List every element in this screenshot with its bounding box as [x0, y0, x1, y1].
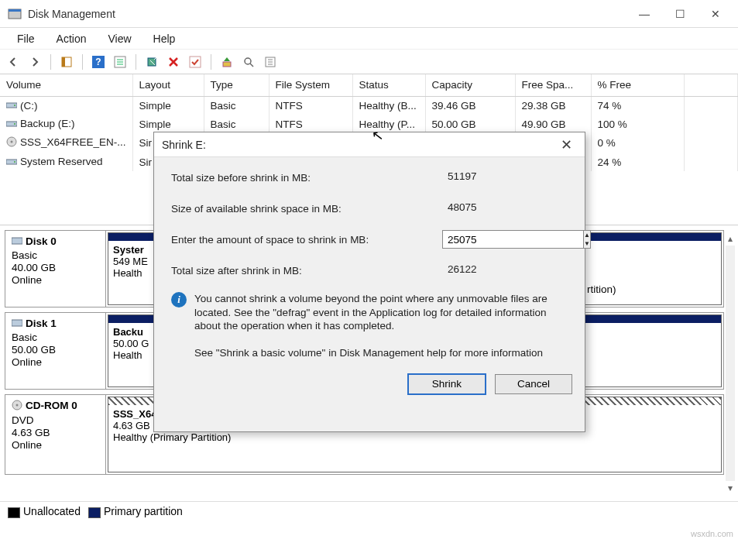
menu-help[interactable]: Help: [142, 29, 187, 48]
svg-rect-21: [12, 320, 22, 326]
legend-unallocated-swatch: [8, 507, 20, 518]
disk-icon: [12, 236, 22, 248]
info-icon: i: [171, 292, 187, 307]
value-total-after: 26122: [442, 261, 571, 280]
label-enter-amount: Enter the amount of space to shrink in M…: [171, 234, 442, 246]
col-filesystem[interactable]: File System: [269, 74, 352, 96]
volume-icon: [6, 119, 17, 130]
menu-action[interactable]: Action: [46, 29, 98, 48]
svg-point-15: [14, 123, 15, 125]
minimize-button[interactable]: —: [626, 2, 662, 26]
legend-primary-swatch: [88, 507, 101, 518]
scroll-down-icon[interactable]: ▾: [728, 483, 733, 493]
partition-fragment-text: rtition): [587, 283, 616, 295]
shrink-dialog: Shrink E: ✕ Total size before shrink in …: [153, 132, 585, 432]
menu-file[interactable]: File: [6, 29, 46, 48]
svg-rect-9: [223, 62, 231, 67]
legend-unallocated-label: Unallocated: [23, 505, 81, 517]
up-icon[interactable]: [218, 53, 235, 70]
value-total-before: 51197: [442, 168, 571, 187]
col-free[interactable]: Free Spa...: [515, 74, 591, 96]
shrink-amount-input[interactable]: [442, 230, 584, 249]
spin-up-button[interactable]: ▲: [584, 231, 590, 239]
col-volume[interactable]: Volume: [0, 74, 132, 96]
value-available-shrink: 48075: [442, 199, 571, 218]
label-available-shrink: Size of available shrink space in MB:: [171, 203, 442, 215]
scrollbar[interactable]: ▴ ▾: [726, 233, 735, 493]
window-title: Disk Management: [28, 8, 626, 20]
disk-icon: [12, 400, 22, 413]
svg-point-19: [14, 161, 15, 163]
settings-list-button[interactable]: [112, 53, 129, 70]
menu-view[interactable]: View: [97, 29, 142, 48]
svg-rect-1: [9, 9, 21, 12]
volume-icon: [6, 136, 17, 149]
col-capacity[interactable]: Capacity: [425, 74, 515, 96]
col-pctfree[interactable]: % Free: [591, 74, 684, 96]
forward-button[interactable]: [26, 53, 43, 70]
svg-point-23: [16, 404, 19, 407]
volume-icon: [6, 156, 17, 168]
volume-icon: [6, 100, 17, 112]
titlebar: Disk Management — ☐ ✕: [0, 0, 738, 28]
svg-text:?: ?: [95, 57, 101, 67]
scroll-up-icon[interactable]: ▴: [728, 233, 733, 244]
delete-icon[interactable]: [165, 53, 182, 70]
disk-icon: [12, 318, 22, 330]
maximize-button[interactable]: ☐: [662, 2, 698, 26]
shrink-button[interactable]: Shrink: [408, 374, 486, 394]
table-row[interactable]: (C:)SimpleBasicNTFSHealthy (B...39.46 GB…: [0, 96, 738, 115]
check-icon[interactable]: [187, 53, 204, 70]
col-layout[interactable]: Layout: [132, 74, 204, 96]
svg-point-17: [11, 141, 13, 143]
show-hide-tree-button[interactable]: [58, 53, 75, 70]
back-button[interactable]: [5, 53, 22, 70]
svg-point-10: [245, 58, 251, 64]
toolbar: ?: [0, 50, 738, 74]
dialog-close-button[interactable]: ✕: [556, 133, 577, 156]
svg-rect-8: [190, 57, 201, 67]
label-total-before: Total size before shrink in MB:: [171, 172, 442, 184]
table-header-row: Volume Layout Type File System Status Ca…: [0, 74, 738, 96]
app-icon: [8, 7, 22, 21]
svg-rect-3: [62, 57, 65, 67]
menubar: File Action View Help: [0, 28, 738, 50]
col-type[interactable]: Type: [204, 74, 269, 96]
col-status[interactable]: Status: [352, 74, 425, 96]
svg-point-13: [14, 105, 15, 106]
info-help-text: See "Shrink a basic volume" in Disk Mana…: [171, 347, 571, 359]
info-text: You cannot shrink a volume beyond the po…: [194, 292, 571, 333]
table-row[interactable]: Backup (E:)SimpleBasicNTFSHealthy (P...5…: [0, 115, 738, 133]
watermark: wsxdn.com: [691, 529, 733, 538]
help-button[interactable]: ?: [90, 53, 107, 70]
svg-rect-20: [12, 238, 22, 244]
legend-primary-label: Primary partition: [104, 505, 183, 517]
label-total-after: Total size after shrink in MB:: [171, 265, 442, 277]
legend: Unallocated Primary partition: [0, 501, 738, 521]
close-window-button[interactable]: ✕: [698, 2, 733, 26]
properties-button[interactable]: [262, 53, 279, 70]
dialog-title: Shrink E:: [162, 139, 206, 151]
cancel-button[interactable]: Cancel: [495, 374, 572, 394]
spin-down-button[interactable]: ▼: [584, 239, 590, 248]
refresh-button[interactable]: [143, 53, 160, 70]
search-icon[interactable]: [240, 53, 257, 70]
